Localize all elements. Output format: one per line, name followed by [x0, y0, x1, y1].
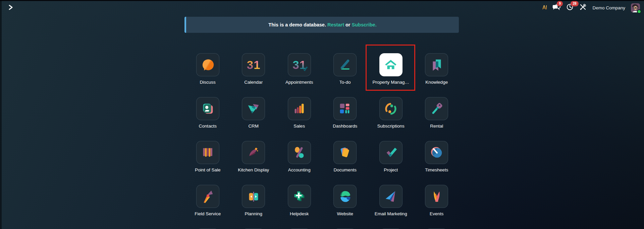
crm-icon [246, 101, 261, 117]
app-documents[interactable]: Documents [322, 141, 368, 185]
company-switcher[interactable]: Demo Company [592, 3, 625, 12]
app-property-manag[interactable]: Property Manag… [368, 53, 414, 97]
app-tile [425, 141, 448, 164]
app-label: Sales [293, 124, 305, 129]
top-edge-divider [0, 0, 644, 1]
app-tile [333, 53, 357, 76]
documents-icon [337, 145, 353, 160]
banner-or: or [345, 22, 351, 27]
helpdesk-icon [291, 189, 307, 204]
app-tile [242, 97, 265, 120]
knowledge-icon [429, 57, 444, 73]
messages-button[interactable]: 9 [552, 3, 560, 12]
planning-icon [246, 189, 261, 204]
app-label: Knowledge [425, 80, 448, 85]
demo-database-banner: This is a demo database. Restart or Subs… [184, 17, 459, 33]
app-contacts[interactable]: Contacts [185, 97, 231, 141]
app-tile [196, 53, 219, 76]
app-label: Kitchen Display [238, 167, 269, 172]
messages-badge: 9 [557, 1, 563, 6]
app-tile [379, 185, 402, 208]
app-calendar[interactable]: 31Calendar [231, 53, 277, 97]
banner-message: This is a demo database. [268, 22, 326, 27]
app-helpdesk[interactable]: Helpdesk [276, 185, 322, 229]
app-label: Project [384, 167, 398, 172]
app-tile: 31 [242, 53, 265, 76]
app-label: Subscriptions [377, 124, 405, 129]
app-grid: Discuss31Calendar31✓Appointments To-do P… [185, 53, 460, 229]
app-tile [425, 97, 448, 120]
app-label: Contacts [199, 124, 217, 129]
app-label: Accounting [288, 167, 311, 172]
timesheets-icon [429, 145, 444, 160]
app-tile [196, 141, 219, 164]
tools-button[interactable] [579, 3, 587, 12]
app-tile [379, 141, 402, 164]
todo-icon [337, 57, 353, 73]
kitchen-display-icon [246, 145, 261, 160]
app-label: Field Service [195, 211, 221, 216]
app-point-of-sale[interactable]: Point of Sale [185, 141, 231, 185]
app-label: Property Manag… [372, 80, 409, 85]
app-tile [379, 53, 402, 76]
company-name: Demo Company [592, 5, 625, 10]
discuss-icon [200, 57, 215, 73]
app-label: Point of Sale [195, 167, 221, 172]
app-kitchen-display[interactable]: Kitchen Display [231, 141, 277, 185]
app-email-marketing[interactable]: Email Marketing [368, 185, 414, 229]
app-label: Email Marketing [375, 211, 407, 216]
app-timesheets[interactable]: Timesheets [414, 141, 460, 185]
app-knowledge[interactable]: Knowledge [414, 53, 460, 97]
property-management-icon [383, 57, 398, 73]
rental-icon [429, 101, 444, 117]
events-icon [429, 189, 444, 204]
app-label: To-do [339, 80, 351, 85]
app-label: Documents [334, 167, 357, 172]
app-label: Discuss [200, 80, 216, 85]
user-avatar[interactable] [631, 3, 640, 12]
app-tile [288, 97, 311, 120]
chevron-right-icon [8, 5, 13, 11]
app-tile [425, 53, 448, 76]
accounting-icon [291, 145, 307, 160]
app-events[interactable]: Events [414, 185, 460, 229]
online-status-dot [637, 9, 641, 14]
app-website[interactable]: Website [322, 185, 368, 229]
app-label: Events [430, 211, 443, 216]
restart-link[interactable]: Restart [327, 22, 344, 27]
activities-button[interactable]: 28 [566, 3, 574, 12]
app-tile [196, 185, 219, 208]
app-appointments[interactable]: 31✓Appointments [276, 53, 322, 97]
expand-sidebar-button[interactable] [7, 4, 15, 12]
app-to-do[interactable]: To-do [322, 53, 368, 97]
app-accounting[interactable]: Accounting [276, 141, 322, 185]
app-label: CRM [248, 124, 259, 129]
ai-icon: AI [542, 5, 547, 11]
app-tile [288, 185, 311, 208]
subscriptions-icon [383, 101, 398, 117]
website-icon [337, 189, 353, 204]
app-tile [196, 97, 219, 120]
app-label: Calendar [244, 80, 263, 85]
app-label: Dashboards [333, 124, 357, 129]
app-label: Timesheets [425, 167, 448, 172]
app-tile [425, 185, 448, 208]
app-sales[interactable]: Sales [276, 97, 322, 141]
dashboards-icon [337, 101, 353, 117]
app-planning[interactable]: Planning [231, 185, 277, 229]
app-crm[interactable]: CRM [231, 97, 277, 141]
calendar-icon: 31 [247, 59, 260, 71]
app-project[interactable]: Project [368, 141, 414, 185]
app-subscriptions[interactable]: Subscriptions [368, 97, 414, 141]
project-icon [383, 145, 398, 160]
app-discuss[interactable]: Discuss [185, 53, 231, 97]
app-dashboards[interactable]: Dashboards [322, 97, 368, 141]
app-tile [288, 141, 311, 164]
appointments-icon: 31✓ [292, 59, 306, 71]
subscribe-link[interactable]: Subscribe. [352, 22, 377, 27]
app-tile [333, 185, 357, 208]
app-rental[interactable]: Rental [414, 97, 460, 141]
topbar-right-cluster: AI 9 28 [542, 3, 640, 13]
ai-button[interactable]: AI [542, 3, 547, 12]
app-field-service[interactable]: Field Service [185, 185, 231, 229]
